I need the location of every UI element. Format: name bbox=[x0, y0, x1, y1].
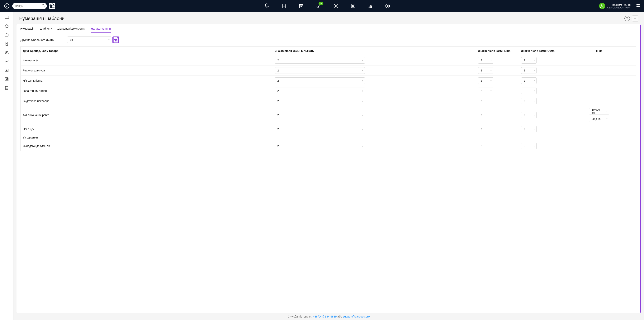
svg-point-45 bbox=[7, 78, 8, 79]
side-briefcase-icon[interactable] bbox=[4, 33, 9, 37]
select[interactable]: 2▾ bbox=[478, 143, 493, 149]
svg-point-23 bbox=[601, 4, 603, 6]
svg-point-17 bbox=[352, 5, 354, 6]
svg-point-35 bbox=[6, 52, 7, 53]
select[interactable]: 2▾ bbox=[521, 67, 536, 74]
select[interactable]: 2▾ bbox=[478, 67, 493, 74]
filter-select[interactable]: Всі ▾ bbox=[67, 37, 111, 43]
select[interactable]: 2▾ bbox=[521, 98, 536, 104]
select[interactable]: 2▾ bbox=[275, 143, 365, 149]
chart-icon[interactable] bbox=[368, 3, 373, 9]
select[interactable]: 2▾ bbox=[275, 98, 365, 104]
select[interactable]: 2▾ bbox=[521, 57, 536, 64]
footer: Служба підтримки: +38(044) 334-5889 або … bbox=[14, 313, 644, 320]
select[interactable]: 2▾ bbox=[521, 112, 536, 118]
apps-grid-icon[interactable] bbox=[636, 4, 640, 9]
search-input[interactable] bbox=[12, 3, 47, 9]
tab-2[interactable]: Друковані документи bbox=[58, 27, 86, 33]
select[interactable]: 2▾ bbox=[478, 88, 493, 94]
row-name: Н/з для клієнта bbox=[20, 76, 273, 86]
help-icon[interactable]: ? bbox=[624, 16, 630, 21]
chevron-down-icon: ▾ bbox=[490, 80, 492, 82]
svg-point-1 bbox=[42, 5, 44, 6]
select[interactable]: 2▾ bbox=[275, 126, 365, 132]
svg-rect-10 bbox=[300, 5, 303, 8]
side-sliders-icon[interactable] bbox=[4, 77, 9, 82]
footer-email[interactable]: support@carbook.pro bbox=[343, 315, 370, 318]
table-row: Видаткова накладна2▾2▾2▾ bbox=[20, 96, 636, 106]
select[interactable]: 2▾ bbox=[478, 112, 493, 118]
th-other: Інше bbox=[562, 47, 636, 55]
select[interactable]: 2▾ bbox=[478, 77, 493, 84]
side-line-chart-icon[interactable] bbox=[4, 59, 9, 64]
select[interactable]: 2▾ bbox=[521, 88, 536, 94]
svg-rect-50 bbox=[114, 37, 117, 39]
calendar-check-icon[interactable] bbox=[298, 3, 304, 9]
chevron-down-icon: ▾ bbox=[606, 110, 608, 113]
sidebar bbox=[0, 12, 14, 320]
side-people-icon[interactable] bbox=[4, 50, 9, 55]
add-button[interactable]: + bbox=[632, 15, 638, 22]
side-laptop-icon[interactable] bbox=[4, 15, 9, 20]
footer-prefix: Служба підтримки: bbox=[288, 315, 313, 318]
table-row: Калькуляція2▾2▾2▾ bbox=[20, 55, 636, 66]
svg-point-38 bbox=[6, 70, 7, 71]
select[interactable]: 2▾ bbox=[478, 57, 493, 64]
settings-table: Друк бренда, коду товара Знаків після ко… bbox=[20, 47, 636, 151]
user-block[interactable]: Максим Іванов СТО CARBOOK (9444) bbox=[599, 3, 631, 9]
side-book-icon[interactable] bbox=[4, 86, 9, 90]
bank-button[interactable] bbox=[49, 3, 55, 9]
chevron-down-icon: ▾ bbox=[534, 100, 535, 102]
svg-rect-51 bbox=[114, 40, 117, 42]
chevron-down-icon: ▾ bbox=[490, 69, 492, 72]
row-name: Акт виконаних робіт bbox=[20, 106, 273, 124]
svg-line-2 bbox=[44, 6, 44, 7]
dollar-icon[interactable] bbox=[385, 3, 390, 9]
file-plus-icon[interactable] bbox=[281, 3, 287, 9]
footer-phone[interactable]: +38(044) 334-5889 bbox=[313, 315, 337, 318]
user-text: Максим Іванов СТО CARBOOK (9444) bbox=[607, 3, 631, 9]
tab-3[interactable]: Налаштування bbox=[91, 27, 111, 33]
page-header: Нумерація і шаблони ? + bbox=[14, 12, 644, 24]
select[interactable]: 2▾ bbox=[478, 126, 493, 132]
chevron-down-icon: ▾ bbox=[490, 100, 492, 102]
save-filter-button[interactable] bbox=[112, 37, 119, 43]
select[interactable]: 10,000 км.▾ bbox=[589, 108, 609, 115]
chevron-down-icon: ▾ bbox=[606, 118, 608, 120]
table-row: Гарантійний талон2▾2▾2▾ bbox=[20, 86, 636, 96]
select[interactable]: 2▾ bbox=[521, 143, 536, 149]
row-name: Калькуляція bbox=[20, 55, 273, 66]
chevron-down-icon: ▾ bbox=[362, 128, 363, 130]
select[interactable]: 2▾ bbox=[275, 112, 365, 118]
logo-icon[interactable] bbox=[4, 3, 10, 9]
table-row: Узгодження bbox=[20, 134, 636, 141]
gear-icon[interactable] bbox=[333, 3, 338, 9]
row-name: Видаткова накладна bbox=[20, 96, 273, 106]
side-card-person-icon[interactable] bbox=[4, 68, 9, 73]
chevron-down-icon: ▾ bbox=[490, 114, 492, 116]
select[interactable]: 2▾ bbox=[521, 77, 536, 84]
select[interactable]: 2▾ bbox=[521, 126, 536, 132]
side-device-icon[interactable] bbox=[4, 42, 9, 46]
select[interactable]: 2▾ bbox=[275, 67, 365, 74]
select[interactable]: 90 днів▾ bbox=[589, 116, 609, 122]
chevron-down-icon: ▾ bbox=[362, 69, 363, 72]
row-name: Н/з в цех bbox=[20, 124, 273, 134]
chevron-down-icon: ▾ bbox=[534, 128, 535, 130]
filter-value: Всі bbox=[70, 38, 73, 41]
side-gauge-icon[interactable] bbox=[4, 24, 9, 29]
th-qty: Знаків після коми: Кількість bbox=[273, 47, 476, 55]
select[interactable]: 2▾ bbox=[478, 98, 493, 104]
row-name: Складські документи bbox=[20, 141, 273, 151]
select[interactable]: 2▾ bbox=[275, 57, 365, 64]
bell-icon[interactable] bbox=[264, 3, 270, 9]
svg-rect-24 bbox=[636, 4, 638, 5]
contact-icon[interactable] bbox=[350, 3, 356, 9]
tab-1[interactable]: Шаблони bbox=[40, 27, 52, 33]
svg-rect-27 bbox=[638, 6, 640, 7]
tab-0[interactable]: Нумерація bbox=[20, 27, 34, 33]
key-icon[interactable]: 11 bbox=[316, 3, 321, 9]
select[interactable]: 2▾ bbox=[275, 77, 365, 84]
topbar: 11 Максим Іванов СТО CARBOOK (9444) bbox=[0, 0, 644, 12]
select[interactable]: 2▾ bbox=[275, 88, 365, 94]
